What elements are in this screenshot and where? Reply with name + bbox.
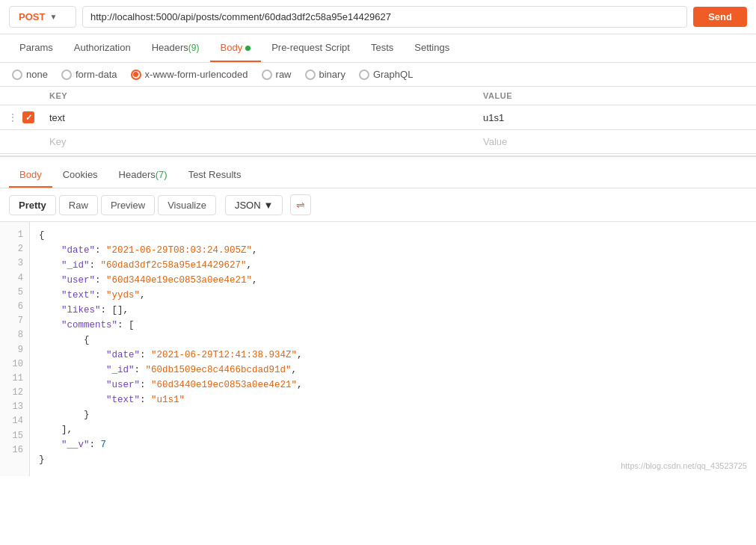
code-line-3: "_id": "60dad3df2c58a95e14429627", <box>39 258 747 273</box>
radio-binary[interactable]: binary <box>305 69 345 80</box>
radio-label-none: none <box>26 69 48 80</box>
radio-label-form-data: form-data <box>76 69 117 80</box>
resp-tab-headers[interactable]: Headers(7) <box>108 163 178 188</box>
line-number-8: 8 <box>0 328 29 342</box>
col-header-key: KEY <box>42 87 476 105</box>
radio-raw[interactable]: raw <box>262 69 292 80</box>
table-row: ⋮ text u1s1 <box>0 105 756 130</box>
dropdown-chevron-icon: ▼ <box>264 200 274 211</box>
top-tab-bar: Params Authorization Headers(9) Body Pre… <box>0 34 756 63</box>
radio-circle-graphql <box>359 70 369 80</box>
code-line-4: "user": "60d3440e19ec0853a0ee4e21", <box>39 273 747 288</box>
radio-circle-raw <box>262 70 272 80</box>
radio-circle-urlencoded <box>131 70 141 80</box>
line-number-15: 15 <box>0 429 29 443</box>
send-button[interactable]: Send <box>693 7 747 27</box>
radio-label-binary: binary <box>319 69 345 80</box>
line-number-9: 9 <box>0 343 29 357</box>
code-line-13: } <box>39 407 747 422</box>
row-check-cell: ⋮ <box>0 105 42 130</box>
line-number-6: 6 <box>0 300 29 314</box>
line-numbers: 12345678910111213141516 <box>0 222 30 476</box>
line-number-1: 1 <box>0 228 29 242</box>
key-placeholder: Key <box>49 136 66 147</box>
response-tab-bar: Body Cookies Headers(7) Test Results <box>0 156 756 188</box>
tab-tests[interactable]: Tests <box>360 34 404 62</box>
radio-none[interactable]: none <box>12 69 48 80</box>
line-number-3: 3 <box>0 256 29 271</box>
line-number-14: 14 <box>0 414 29 428</box>
radio-graphql[interactable]: GraphQL <box>359 69 413 80</box>
code-line-12: "text": "u1s1" <box>39 392 747 407</box>
col-header-value: VALUE <box>476 87 756 105</box>
chevron-down-icon: ▼ <box>49 13 57 21</box>
new-row-value[interactable]: Value <box>476 130 756 154</box>
radio-form-data[interactable]: form-data <box>61 69 117 80</box>
line-number-2: 2 <box>0 242 29 256</box>
line-number-12: 12 <box>0 386 29 400</box>
format-label: JSON <box>235 200 261 211</box>
method-label: POST <box>19 11 45 22</box>
resp-tab-cookies[interactable]: Cookies <box>52 163 108 188</box>
value-placeholder: Value <box>483 136 507 147</box>
line-number-5: 5 <box>0 286 29 300</box>
code-line-5: "text": "yyds", <box>39 288 747 303</box>
format-dropdown[interactable]: JSON ▼ <box>225 195 283 215</box>
fmt-pretty[interactable]: Pretty <box>9 195 56 215</box>
line-number-7: 7 <box>0 314 29 328</box>
fmt-preview[interactable]: Preview <box>101 195 155 215</box>
tab-body[interactable]: Body <box>210 34 262 62</box>
radio-circle-form-data <box>61 70 72 80</box>
body-type-selector: none form-data x-www-form-urlencoded raw… <box>0 63 756 87</box>
code-line-9: "date": "2021-06-29T12:41:38.934Z", <box>39 348 747 363</box>
wrap-toggle-icon[interactable]: ⇌ <box>290 194 311 215</box>
radio-label-urlencoded: x-www-form-urlencoded <box>145 69 248 80</box>
table-new-row: Key Value <box>0 130 756 154</box>
resp-tab-body[interactable]: Body <box>9 163 52 188</box>
row-key-cell[interactable]: text <box>42 105 476 130</box>
params-table: KEY VALUE ⋮ text u1s1 Key Value <box>0 87 756 154</box>
radio-urlencoded[interactable]: x-www-form-urlencoded <box>131 69 248 80</box>
tab-settings[interactable]: Settings <box>404 34 460 62</box>
code-line-14: ], <box>39 422 747 437</box>
new-row-key[interactable]: Key <box>42 130 476 154</box>
code-line-2: "date": "2021-06-29T08:03:24.905Z", <box>39 243 747 258</box>
url-bar: POST ▼ Send <box>0 0 756 34</box>
code-line-11: "user": "60d3440e19ec0853a0ee4e21", <box>39 378 747 392</box>
tab-authorization[interactable]: Authorization <box>64 34 141 62</box>
col-header-check <box>0 87 42 105</box>
row-value-cell[interactable]: u1s1 <box>476 105 756 130</box>
line-number-16: 16 <box>0 443 29 458</box>
tab-prerequest[interactable]: Pre-request Script <box>261 34 360 62</box>
resp-tab-test-results[interactable]: Test Results <box>178 163 252 188</box>
code-line-1: { <box>39 228 747 243</box>
radio-label-graphql: GraphQL <box>373 69 413 80</box>
checkbox-group: ⋮ <box>7 111 34 123</box>
code-area: 12345678910111213141516 { "date": "2021-… <box>0 222 756 476</box>
url-input[interactable] <box>82 6 687 28</box>
body-active-dot <box>245 46 251 51</box>
line-number-4: 4 <box>0 271 29 286</box>
line-number-13: 13 <box>0 400 29 414</box>
code-line-6: "likes": [], <box>39 303 747 318</box>
fmt-visualize[interactable]: Visualize <box>158 195 216 215</box>
code-line-7: "comments": [ <box>39 318 747 333</box>
method-dropdown[interactable]: POST ▼ <box>9 6 76 28</box>
fmt-raw[interactable]: Raw <box>59 195 98 215</box>
code-line-8: { <box>39 333 747 348</box>
radio-circle-none <box>12 70 22 80</box>
radio-label-raw: raw <box>276 69 292 80</box>
watermark: https://blog.csdn.net/qq_43523725 <box>621 461 747 470</box>
tab-params[interactable]: Params <box>9 34 64 62</box>
line-number-11: 11 <box>0 372 29 386</box>
format-bar: Pretty Raw Preview Visualize JSON ▼ ⇌ <box>0 188 756 222</box>
code-content: { "date": "2021-06-29T08:03:24.905Z", "_… <box>30 222 756 476</box>
row-checkbox[interactable] <box>22 111 34 123</box>
new-row-check <box>0 130 42 154</box>
code-line-10: "_id": "60db1509ec8c4466bcdad91d", <box>39 363 747 378</box>
radio-circle-binary <box>305 70 316 80</box>
line-number-10: 10 <box>0 357 29 372</box>
code-line-15: "__v": 7 <box>39 437 747 452</box>
tab-headers[interactable]: Headers(9) <box>141 34 210 62</box>
row-menu-icon[interactable]: ⋮ <box>7 111 18 123</box>
